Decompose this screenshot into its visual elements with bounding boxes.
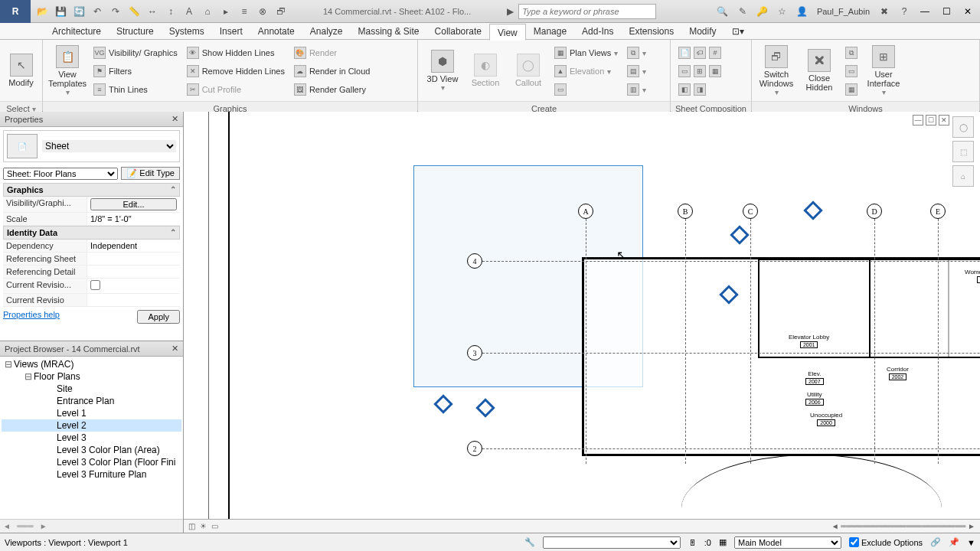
visibility-graphics-button[interactable]: VGVisibility/ Graphics	[90, 44, 181, 61]
edit-visibility-button[interactable]: Edit...	[90, 198, 177, 210]
grid-bubble[interactable]: E	[930, 204, 946, 219]
render-cloud-button[interactable]: ☁Render in Cloud	[291, 63, 374, 80]
design-options-icon[interactable]: ▦	[719, 537, 727, 547]
qat-open-icon[interactable]: 📂	[34, 3, 51, 20]
tile-icon[interactable]: ▦	[842, 81, 861, 98]
grid-bubble[interactable]: 2	[467, 441, 482, 456]
section-mark[interactable]	[433, 394, 452, 413]
drafting-view-button[interactable]: ▭	[551, 81, 621, 98]
close-hidden-button[interactable]: 🗙Close Hidden	[799, 43, 839, 98]
tree-node[interactable]: Level 3	[2, 432, 181, 444]
view-templates-button[interactable]: 📋View Templates▾	[47, 43, 87, 98]
cascade-icon[interactable]: ▭	[842, 63, 861, 80]
qat-redo-icon[interactable]: ↷	[107, 3, 124, 20]
qat-thin-icon[interactable]: ≡	[236, 3, 253, 20]
tree-node[interactable]: Level 2	[2, 419, 181, 432]
legend-icon[interactable]: ▤▾	[624, 63, 649, 80]
tab-analyze[interactable]: Analyze	[302, 23, 351, 40]
sched-icon[interactable]: ▥▾	[624, 81, 649, 98]
tree-node[interactable]: Level 3 Color Plan (Area)	[2, 444, 181, 456]
category-identity[interactable]: Identity Data⌃	[3, 226, 180, 240]
user-icon[interactable]: 👤	[794, 3, 811, 20]
room-label[interactable]: Elevator Lobby2001	[789, 334, 829, 348]
tab-modify[interactable]: Modify	[681, 23, 724, 40]
binoculars-icon[interactable]: 🔍	[714, 3, 731, 20]
user-interface-button[interactable]: ⊞User Interface▾	[864, 43, 903, 98]
qat-align-icon[interactable]: ↔	[144, 3, 161, 20]
saveas-icon[interactable]: ✖	[876, 3, 893, 20]
match-icon[interactable]: ◧◨	[675, 81, 724, 98]
section-mark[interactable]	[730, 225, 749, 244]
detail-icon[interactable]: ☀	[200, 522, 207, 530]
properties-close-icon[interactable]: ✕	[172, 114, 178, 124]
recent-icon[interactable]: ▶	[501, 3, 518, 20]
model-select[interactable]: Main Model	[734, 536, 841, 549]
view-control-bar[interactable]: ◫ ☀ ▭ ◄ ═══════════════════════ ►	[184, 519, 980, 533]
dup-icon[interactable]: ⧉▾	[624, 44, 649, 61]
tab-manage[interactable]: Manage	[526, 23, 574, 40]
qat-text-icon[interactable]: A	[181, 3, 198, 20]
instance-selector[interactable]: Sheet: Floor Plans	[3, 168, 118, 180]
type-selector[interactable]: Sheet	[42, 140, 176, 152]
comm-icon[interactable]: ✎	[734, 3, 751, 20]
room-label[interactable]: Utility2006	[805, 391, 824, 406]
room-label[interactable]: Corridor2002	[887, 366, 909, 380]
nav-wheel-icon[interactable]: ◯	[952, 116, 974, 138]
tree-node[interactable]: ⊟Views (MRAC)	[2, 358, 181, 370]
tab-annotate[interactable]: Annotate	[250, 23, 302, 40]
qat-save-icon[interactable]: 💾	[52, 3, 69, 20]
tree-node[interactable]: Entrance Plan	[2, 395, 181, 407]
user-name[interactable]: Paul_F_Aubin	[814, 7, 873, 16]
search-input[interactable]	[518, 4, 656, 19]
room-label[interactable]: Women's Room2004	[965, 269, 980, 283]
tab-systems[interactable]: Systems	[162, 23, 212, 40]
sheet-icon[interactable]: 📄🏷#	[675, 44, 724, 61]
qat-section-icon[interactable]: ▸	[217, 3, 234, 20]
maximize-button[interactable]: ☐	[937, 4, 956, 19]
qat-switch-icon[interactable]: 🗗	[273, 3, 289, 20]
category-graphics[interactable]: Graphics⌃	[3, 183, 180, 197]
prop-scale-value[interactable]: 1/8" = 1'-0"	[87, 213, 180, 225]
tree-node[interactable]: Level 3 Furniture Plan	[2, 468, 181, 481]
star-icon[interactable]: ☆	[774, 3, 791, 20]
qat-measure-icon[interactable]: 📏	[126, 3, 142, 20]
grid-bubble[interactable]: A	[578, 204, 593, 219]
tree-node[interactable]: ⊟Floor Plans	[2, 370, 181, 383]
qat-dim-icon[interactable]: ↕	[162, 3, 179, 20]
tab-architecture[interactable]: Architecture	[44, 23, 109, 40]
exclude-options-checkbox[interactable]: Exclude Options	[849, 537, 923, 547]
grid-bubble[interactable]: C	[743, 204, 758, 219]
worksets-icon[interactable]: 🔧	[524, 537, 535, 547]
apply-button[interactable]: Apply	[137, 310, 180, 324]
key-icon[interactable]: 🔑	[754, 3, 771, 20]
browser-close-icon[interactable]: ✕	[172, 344, 178, 354]
section-mark[interactable]	[475, 398, 495, 417]
edit-type-button[interactable]: 📝 Edit Type	[121, 167, 180, 180]
view-min-icon[interactable]: —	[913, 115, 923, 126]
tab-view[interactable]: View	[489, 24, 526, 41]
tab-collaborate[interactable]: Collaborate	[427, 23, 489, 40]
tree-node[interactable]: Level 3 Color Plan (Floor Fini	[2, 456, 181, 468]
remove-hidden-button[interactable]: ✕Remove Hidden Lines	[184, 63, 288, 80]
plan-views-button[interactable]: ▦Plan Views ▾	[551, 44, 621, 61]
view-close-icon[interactable]: ✕	[939, 115, 949, 126]
select-links-icon[interactable]: 🔗	[930, 537, 941, 547]
grid-bubble[interactable]: D	[867, 204, 882, 219]
select-pinned-icon[interactable]: 📌	[949, 537, 959, 547]
ribbon-extra-icon[interactable]: ⊡▾	[724, 23, 752, 40]
view-max-icon[interactable]: ☐	[926, 115, 936, 126]
room-label[interactable]: Unoccupied2000	[810, 412, 842, 426]
grid-bubble[interactable]: B	[678, 204, 693, 219]
qat-undo-icon[interactable]: ↶	[89, 3, 106, 20]
drawing-canvas[interactable]: — ☐ ✕ ◯ ⬚ ⌂ ABCDEF234Women's Roo	[184, 112, 980, 533]
minimize-button[interactable]: —	[916, 4, 934, 19]
replicate-icon[interactable]: ⧉	[842, 44, 861, 61]
show-hidden-button[interactable]: 👁Show Hidden Lines	[184, 44, 288, 61]
3d-view-button[interactable]: ⬢3D View▾	[423, 43, 462, 98]
qat-sync-icon[interactable]: 🔄	[70, 3, 87, 20]
tab-structure[interactable]: Structure	[109, 23, 162, 40]
thin-lines-button[interactable]: ≡Thin Lines	[90, 81, 181, 98]
filters-button[interactable]: ⚑Filters	[90, 63, 181, 80]
app-icon[interactable]: R	[0, 0, 31, 23]
render-gallery-button[interactable]: 🖼Render Gallery	[291, 81, 374, 98]
